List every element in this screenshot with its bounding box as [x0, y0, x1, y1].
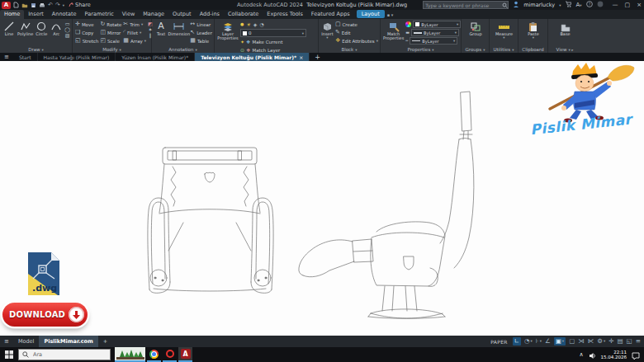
user-icon[interactable] — [513, 1, 519, 9]
panel-label-clipboard[interactable]: Clipboard — [519, 46, 547, 53]
layout-tabs-menu-icon[interactable]: ≡ — [0, 338, 13, 345]
layer-lock-icon[interactable]: ◈ — [253, 22, 258, 27]
copy-button[interactable]: ❏Copy — [75, 29, 98, 36]
dimension-button[interactable]: Dimension — [169, 21, 188, 46]
panel-label-draw[interactable]: Draw▾ — [0, 46, 72, 53]
scale-button[interactable]: ◰Scale — [100, 37, 121, 45]
grid-toggle-icon[interactable]: ∟ — [513, 337, 521, 346]
offset-icon[interactable]: ∥ — [149, 33, 151, 38]
tab-view[interactable]: View — [118, 10, 139, 19]
panel-label-modify[interactable]: Modify▾ — [73, 46, 151, 53]
text-button[interactable]: A Text — [154, 21, 168, 46]
layout-tab-pislikmimar[interactable]: PislikMimar.com — [39, 336, 97, 347]
tab-manage[interactable]: Manage — [139, 10, 168, 19]
group-button[interactable]: Group — [466, 21, 485, 46]
close-button[interactable]: × — [637, 2, 642, 8]
app-store-cart-icon[interactable] — [565, 1, 571, 9]
new-layout-button[interactable]: + — [98, 336, 112, 347]
file-tab-televizyon-koltugu[interactable]: Televizyon Koltuğu (Pislik Mimar)*× — [195, 53, 310, 61]
panel-label-properties[interactable]: Properties▾ — [381, 46, 461, 53]
close-tab-icon[interactable]: × — [299, 54, 303, 60]
tab-collaborate[interactable]: Collaborate — [224, 10, 263, 19]
start-button[interactable] — [0, 347, 18, 362]
annotation-scale-add-icon[interactable]: ✛ — [608, 338, 613, 345]
redo-icon[interactable]: ↷ — [55, 2, 60, 8]
stretch-button[interactable]: ◱Stretch — [75, 37, 98, 45]
share-button[interactable]: Share — [69, 2, 91, 8]
tab-parametric[interactable]: Parametric — [81, 10, 118, 19]
tab-home[interactable]: Home — [0, 10, 24, 19]
linetype-dropdown[interactable]: ByLayer▾ — [410, 37, 457, 45]
download-button[interactable]: DOWNLOAD — [2, 303, 88, 327]
layer-on-icon[interactable]: ● — [240, 22, 244, 26]
help-icon[interactable]: ? — [586, 1, 593, 9]
layer-thaw-icon[interactable]: ☀ — [246, 22, 250, 27]
ribbon-display-toggle-icon[interactable]: ▪ ▾ — [387, 12, 394, 17]
file-tabs-menu-icon[interactable]: ≡ — [0, 54, 13, 60]
snap-mode-icon[interactable]: ◔▾ — [524, 338, 533, 345]
object-snap-icon[interactable]: ▣▾ — [554, 337, 566, 346]
lineweight-dropdown[interactable]: ByLayer▾ — [411, 29, 459, 36]
ortho-mode-icon[interactable]: ⊦▾ — [536, 338, 542, 345]
layer-dropdown[interactable]: 0 ▾ — [240, 29, 306, 37]
maximize-button[interactable]: ▢ — [625, 2, 631, 8]
signed-in-user[interactable]: mimarlucky — [523, 2, 555, 8]
3d-osnap-icon[interactable]: ▢ — [569, 338, 575, 345]
task-opera[interactable] — [163, 347, 177, 362]
make-current-button[interactable]: ✦ ❖ Make Current — [240, 38, 316, 45]
clean-screen-icon[interactable]: ◱ — [627, 338, 632, 345]
minimize-button[interactable]: — — [613, 2, 618, 8]
help-search-input[interactable] — [424, 2, 502, 8]
mirror-button[interactable]: ◫Mirror — [100, 29, 121, 36]
clock[interactable]: 22:11 15.04.2026 — [601, 350, 627, 360]
task-forest-thumbnail[interactable] — [115, 347, 145, 362]
arc-button[interactable]: Arc — [50, 21, 63, 46]
hidden-icons-chevron[interactable]: ∧ — [579, 351, 583, 358]
block-create-button[interactable]: ▢Create — [335, 21, 378, 28]
panel-label-groups[interactable]: Groups▾ — [462, 46, 489, 53]
action-center-icon[interactable] — [632, 347, 640, 362]
polyline-button[interactable]: Polyline — [17, 21, 33, 46]
tab-layout[interactable]: Layout — [357, 10, 385, 18]
measure-button[interactable]: Measure▾ — [495, 21, 514, 46]
table-button[interactable]: ▦Table — [190, 37, 212, 45]
qat-dropdown-icon[interactable]: ▾ — [63, 3, 64, 7]
tab-output[interactable]: Output — [168, 10, 196, 19]
volume-icon[interactable] — [589, 347, 596, 362]
layer-properties-button[interactable]: Layer Properties — [217, 21, 239, 54]
tab-annotate[interactable]: Annotate — [48, 10, 81, 19]
autocad-app-icon[interactable]: A — [2, 2, 11, 9]
user-dropdown-icon[interactable]: ▾ — [559, 3, 561, 7]
fillet-button[interactable]: ◜Fillet▾ — [123, 29, 146, 36]
match-properties-button[interactable]: Match Properties — [383, 21, 404, 46]
paste-button[interactable]: Paste▾ — [524, 21, 543, 46]
trim-button[interactable]: ✂Trim▾ — [123, 21, 146, 28]
leader-button[interactable]: ↖Leader — [190, 29, 212, 36]
space-indicator[interactable]: PAPER — [490, 339, 507, 345]
linear-button[interactable]: ↔Linear — [190, 21, 212, 28]
customization-menu-icon[interactable]: ≡ — [636, 338, 641, 345]
new-drawing-button[interactable]: + — [310, 54, 325, 61]
workspace-gear-icon[interactable]: ⚙▾ — [597, 338, 605, 345]
block-edit-button[interactable]: ✎Edit — [335, 29, 378, 36]
panel-label-annotation[interactable]: Annotation▾ — [152, 46, 214, 53]
save-icon[interactable] — [31, 2, 36, 8]
task-chrome[interactable] — [147, 347, 161, 362]
base-button[interactable]: Base — [556, 21, 575, 46]
file-tab-yuzen-insan[interactable]: Yüzen İnsan (Pislik Mimar)* — [116, 53, 195, 61]
tab-featured-apps[interactable]: Featured Apps — [307, 10, 354, 19]
line-button[interactable]: Line — [2, 21, 16, 46]
tab-express-tools[interactable]: Express Tools — [263, 10, 306, 19]
notifications-icon[interactable] — [597, 1, 604, 9]
color-wheel-icon[interactable] — [405, 21, 411, 27]
polar-tracking-icon[interactable]: ∠ — [545, 338, 551, 345]
panel-label-utilities[interactable]: Utilities▾ — [490, 46, 518, 53]
taskbar-search-input[interactable] — [31, 350, 107, 359]
open-folder-icon[interactable] — [21, 2, 28, 8]
panel-label-view[interactable]: View▾ ▸ — [548, 46, 581, 53]
file-tab-start[interactable]: Start — [13, 53, 38, 61]
panel-label-block[interactable]: Block▾ — [319, 46, 380, 53]
task-autocad[interactable]: A — [178, 347, 192, 362]
taskbar-search-box[interactable] — [18, 349, 111, 360]
edit-attributes-button[interactable]: ❖Edit Attributes▾ — [335, 37, 378, 45]
